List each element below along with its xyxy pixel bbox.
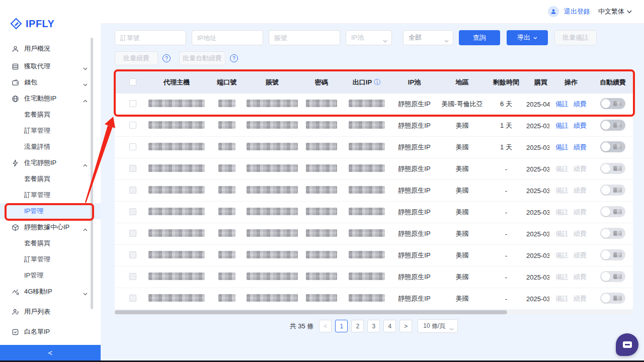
- language-selector[interactable]: 中文繁体: [598, 7, 632, 16]
- sidebar-item-residential-static-ip[interactable]: 住宅靜態IP: [0, 155, 101, 171]
- sidebar-item-label: 訂單管理: [24, 191, 101, 200]
- note-link[interactable]: 備註: [555, 121, 569, 130]
- sidebar-item-order-management[interactable]: 訂單管理: [0, 251, 101, 267]
- sidebar-item-whitelist-ip[interactable]: 白名單IP: [0, 324, 101, 340]
- sidebar-item-package-purchase[interactable]: 套餐購買: [0, 107, 101, 123]
- blurred-exit-ip: [349, 100, 385, 107]
- renew-link[interactable]: 續費: [574, 143, 587, 152]
- auto-renew-toggle[interactable]: [600, 141, 625, 152]
- search-button[interactable]: 查詢: [459, 30, 500, 45]
- row-checkbox[interactable]: [129, 187, 136, 194]
- auto-renew-toggle[interactable]: [600, 206, 625, 217]
- account-input[interactable]: [269, 30, 340, 45]
- row-checkbox[interactable]: [129, 230, 136, 237]
- batch-renew-button[interactable]: 批量續費: [115, 51, 158, 65]
- row-checkbox[interactable]: [129, 165, 136, 172]
- ip-address-input[interactable]: [192, 30, 263, 45]
- sidebar-item-4g-mobile-ip[interactable]: 4G移動IP: [0, 284, 101, 300]
- row-checkbox[interactable]: [129, 251, 136, 258]
- note-link[interactable]: 備註: [555, 100, 569, 109]
- renew-link[interactable]: 續費: [574, 121, 587, 130]
- avatar[interactable]: [548, 6, 559, 17]
- help-icon[interactable]: ?: [163, 54, 171, 62]
- auto-renew-toggle[interactable]: [600, 120, 625, 131]
- sidebar-item-user-list[interactable]: 用戶列表: [0, 304, 101, 320]
- sidebar-item-package-purchase[interactable]: 套餐購買: [0, 171, 101, 187]
- sidebar-item-user-overview[interactable]: 用戶概況: [0, 41, 101, 57]
- renew-link[interactable]: 續費: [574, 208, 587, 217]
- help-icon[interactable]: ?: [230, 54, 238, 62]
- note-link[interactable]: 備註: [555, 208, 569, 217]
- renew-link[interactable]: 續費: [574, 251, 587, 260]
- blurred-exit-ip: [349, 164, 385, 172]
- auto-renew-toggle[interactable]: [600, 98, 625, 109]
- note-link[interactable]: 備註: [555, 251, 569, 260]
- page-button-1[interactable]: 1: [335, 320, 348, 332]
- row-checkbox[interactable]: [129, 100, 136, 107]
- sidebar-item-traffic-details[interactable]: 流量詳情: [0, 139, 101, 155]
- select-all-checkbox[interactable]: [129, 78, 136, 85]
- sidebar-item-ip-management-active[interactable]: IP管理: [0, 203, 101, 219]
- status-select[interactable]: 全部: [403, 30, 453, 45]
- row-checkbox[interactable]: [129, 143, 136, 150]
- renew-link[interactable]: 續費: [574, 273, 587, 282]
- note-link[interactable]: 備註: [555, 229, 569, 238]
- sidebar-item-package-purchase[interactable]: 套餐購買: [0, 235, 101, 251]
- sidebar-scrollbar[interactable]: [91, 38, 93, 309]
- order-number-input[interactable]: [115, 30, 186, 45]
- auto-renew-toggle[interactable]: [600, 163, 625, 174]
- export-button[interactable]: 導出: [507, 30, 548, 45]
- chat-widget-button[interactable]: [616, 333, 638, 356]
- row-checkbox[interactable]: [129, 273, 136, 280]
- sidebar-item-wallet[interactable]: 錢包: [0, 74, 101, 90]
- row-checkbox[interactable]: [129, 208, 136, 215]
- info-icon[interactable]: ⓘ: [374, 78, 380, 86]
- renew-link[interactable]: 續費: [574, 186, 587, 195]
- renew-link[interactable]: 續費: [574, 100, 587, 109]
- page-button-2[interactable]: 2: [351, 320, 364, 332]
- sidebar-item-residential-dynamic-ip[interactable]: 住宅動態IP: [0, 90, 101, 107]
- auto-renew-toggle[interactable]: [600, 293, 625, 304]
- auto-renew-toggle[interactable]: [600, 271, 625, 282]
- renew-link[interactable]: 續費: [574, 164, 587, 173]
- pool-cell: 靜態原生IP: [390, 164, 438, 173]
- header-region: 地區: [438, 78, 486, 87]
- auto-renew-toggle[interactable]: [600, 249, 625, 260]
- batch-note-button[interactable]: 批量備註: [554, 30, 597, 45]
- note-link[interactable]: 備註: [555, 164, 569, 173]
- renew-link[interactable]: 續費: [574, 294, 587, 303]
- pool-cell: 靜態原生IP: [390, 294, 438, 303]
- table-row: 靜態原生IP 美國 - 2025-03 備註續費: [115, 245, 633, 266]
- scrollbar-thumb[interactable]: [115, 310, 507, 314]
- prev-page-button[interactable]: <: [319, 320, 332, 332]
- row-checkbox[interactable]: [129, 295, 136, 302]
- page-button-4[interactable]: 4: [383, 320, 396, 332]
- sidebar-item-order-management[interactable]: 訂單管理: [0, 187, 101, 203]
- auto-renew-toggle[interactable]: [600, 228, 625, 239]
- server-icon: [11, 62, 19, 70]
- next-page-button[interactable]: >: [399, 320, 412, 332]
- header-purchase-label: 購買: [534, 78, 547, 86]
- sidebar-item-ip-management[interactable]: IP管理: [0, 267, 101, 284]
- ip-pool-select[interactable]: IP池: [346, 30, 392, 45]
- batch-auto-renew-button[interactable]: 批量自動續費: [179, 51, 225, 65]
- blurred-exit-ip: [349, 186, 385, 194]
- note-link[interactable]: 備註: [555, 294, 569, 303]
- note-link[interactable]: 備註: [555, 186, 569, 195]
- logout-link[interactable]: 退出登錄: [564, 7, 590, 16]
- sidebar-item-static-datacenter-ip[interactable]: 靜態數據中心IP: [0, 219, 101, 235]
- page-button-3[interactable]: 3: [367, 320, 380, 332]
- sidebar-item-order-management[interactable]: 訂單管理: [0, 123, 101, 139]
- purchase-date-cell: 2025-03: [526, 252, 549, 259]
- sidebar-item-get-proxy[interactable]: 獲取代理: [0, 58, 101, 74]
- note-link[interactable]: 備註: [555, 143, 569, 152]
- row-checkbox[interactable]: [129, 122, 136, 129]
- sidebar-collapse-button[interactable]: <: [0, 345, 101, 360]
- remaining-cell: -: [486, 187, 526, 195]
- note-link[interactable]: 備註: [555, 273, 569, 282]
- renew-link[interactable]: 續費: [574, 229, 587, 238]
- auto-renew-toggle[interactable]: [600, 185, 625, 196]
- horizontal-scrollbar[interactable]: [115, 310, 633, 314]
- page-size-select[interactable]: 10 條/頁: [418, 319, 458, 333]
- app-window: IPFLY 用戶概況 獲取代理 錢包 住宅動態IP 套餐購買: [0, 0, 644, 362]
